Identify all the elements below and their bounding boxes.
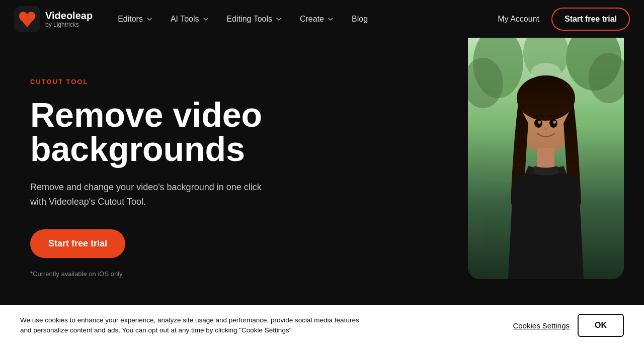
hero-tag: CUTOUT TOOL — [30, 78, 332, 85]
logo-icon — [14, 6, 40, 32]
hero-cta-wrap: Start free trial *Currently available on… — [30, 229, 332, 278]
chevron-down-icon — [202, 15, 210, 23]
hero-illustration — [468, 23, 624, 279]
nav-cta-button[interactable]: Start free trial — [551, 8, 630, 31]
hero-cta-button[interactable]: Start free trial — [30, 229, 125, 258]
hero-section: CUTOUT TOOL Remove video backgrounds Rem… — [0, 38, 644, 316]
hero-title: Remove video backgrounds — [30, 98, 332, 166]
svg-rect-10 — [537, 148, 554, 168]
svg-point-14 — [553, 121, 556, 124]
brand-name: Videoleap — [45, 10, 93, 21]
navbar: Videoleap by Lightricks Editors AI Tools… — [0, 0, 644, 38]
nav-item-editors[interactable]: Editors — [111, 11, 160, 28]
svg-point-9 — [517, 75, 575, 121]
nav-item-create[interactable]: Create — [293, 11, 342, 28]
cookie-settings-button[interactable]: Cookies Settings — [513, 321, 570, 330]
chevron-down-icon — [327, 15, 335, 23]
nav-item-editing-tools[interactable]: Editing Tools — [220, 11, 290, 28]
nav-links: Editors AI Tools Editing Tools Create Bl… — [111, 11, 491, 28]
cookie-ok-button[interactable]: OK — [578, 314, 624, 337]
hero-image-bg — [468, 23, 624, 279]
cookie-message: We use cookies to enhance your experienc… — [20, 315, 362, 336]
hero-description: Remove and change your video's backgroun… — [30, 180, 272, 209]
hero-content: CUTOUT TOOL Remove video backgrounds Rem… — [30, 68, 332, 278]
hero-image — [468, 23, 624, 279]
nav-item-account[interactable]: My Account — [491, 11, 546, 28]
nav-item-blog[interactable]: Blog — [345, 11, 375, 28]
chevron-down-icon — [275, 15, 283, 23]
cookie-actions: Cookies Settings OK — [513, 314, 624, 337]
chevron-down-icon — [145, 15, 153, 23]
svg-point-13 — [538, 121, 541, 124]
nav-item-ai-tools[interactable]: AI Tools — [164, 11, 217, 28]
cookie-banner: We use cookies to enhance your experienc… — [0, 305, 644, 346]
logo-link[interactable]: Videoleap by Lightricks — [14, 6, 93, 32]
brand-subtitle: by Lightricks — [45, 21, 93, 28]
hero-ios-note: *Currently available on iOS only — [30, 270, 332, 278]
